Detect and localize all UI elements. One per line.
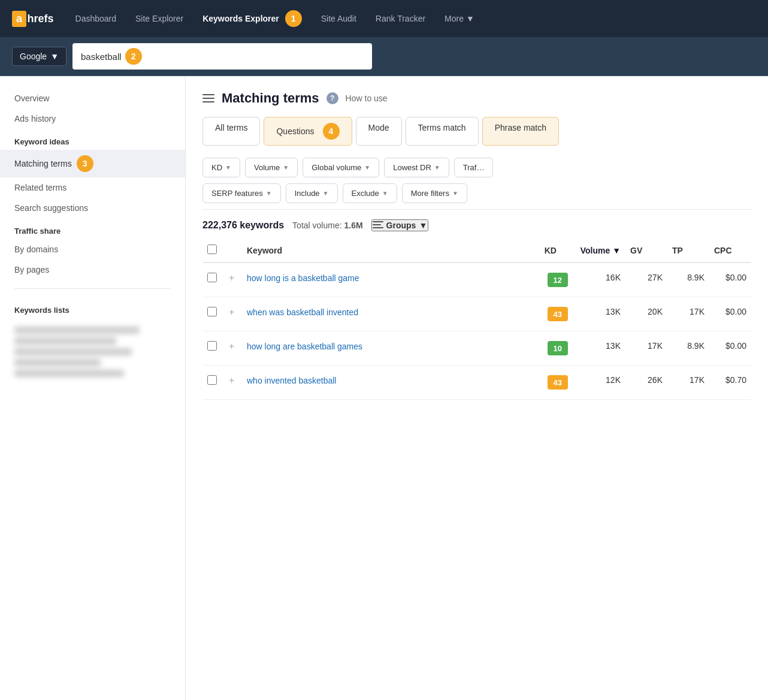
sidebar-item-matching-terms[interactable]: Matching terms 3 (0, 150, 185, 177)
content-area: Matching terms ? How to use All terms Qu… (186, 76, 768, 700)
how-to-use-link[interactable]: How to use (346, 93, 388, 103)
results-summary: 222,376 keywords Total volume: 1.6M Grou… (202, 209, 751, 239)
filter-volume[interactable]: Volume ▼ (245, 158, 298, 177)
filter-exclude[interactable]: Exclude ▼ (343, 183, 397, 203)
hamburger-line (202, 98, 214, 99)
filter-row-2: SERP features ▼ Include ▼ Exclude ▼ More… (202, 183, 751, 203)
search-badge-2: 2 (125, 48, 142, 65)
keyword-link[interactable]: how long is a basketball game (247, 273, 535, 285)
row-cpc-cell: $0.70 (709, 366, 751, 400)
results-count: 222,376 keywords (202, 220, 284, 231)
sidebar: Overview Ads history Keyword ideas Match… (0, 76, 186, 700)
select-all-checkbox[interactable] (207, 245, 217, 254)
tab-questions[interactable]: Questions 4 (264, 117, 352, 146)
nav-more[interactable]: More ▼ (437, 9, 482, 28)
chevron-down-icon: ▼ (382, 190, 388, 197)
nav-dashboard[interactable]: Dashboard (68, 9, 124, 28)
nav-keywords-explorer[interactable]: Keywords Explorer 1 (195, 5, 309, 32)
hamburger-icon[interactable] (202, 94, 214, 102)
tab-all-terms[interactable]: All terms (202, 117, 260, 146)
tab-badge-4: 4 (323, 123, 340, 140)
tab-terms-match[interactable]: Terms match (406, 117, 479, 146)
help-icon[interactable]: ? (326, 92, 338, 104)
top-navigation: a hrefs Dashboard Site Explorer Keywords… (0, 0, 768, 37)
row-checkbox[interactable] (207, 307, 217, 316)
filter-include[interactable]: Include ▼ (286, 183, 338, 203)
sidebar-item-by-pages[interactable]: By pages (0, 260, 185, 280)
page-title: Matching terms (222, 90, 319, 106)
groups-button[interactable]: Groups ▼ (371, 219, 429, 231)
keyword-link[interactable]: when was basketball invented (247, 307, 535, 319)
chevron-down-icon: ▼ (364, 164, 370, 171)
sidebar-item-related-terms[interactable]: Related terms (0, 177, 185, 198)
col-header-checkbox (202, 239, 224, 262)
row-gv-cell: 20K (625, 297, 667, 331)
col-header-add (224, 239, 242, 262)
engine-select[interactable]: Google ▼ (12, 47, 66, 66)
keyword-link[interactable]: how long are basketball games (247, 341, 535, 353)
nav-links: Dashboard Site Explorer Keywords Explore… (68, 5, 756, 32)
filter-serp-features[interactable]: SERP features ▼ (202, 183, 281, 203)
tabs-row: All terms Questions 4 Mode Terms match P… (202, 117, 751, 146)
sidebar-item-by-domains[interactable]: By domains (0, 239, 185, 260)
table-row: + how long are basketball games 10 13K 1… (202, 331, 751, 366)
row-gv-cell: 26K (625, 366, 667, 400)
row-add-cell: + (224, 366, 242, 400)
row-checkbox-cell (202, 262, 224, 297)
col-header-gv: GV (625, 239, 667, 262)
row-checkbox[interactable] (207, 273, 217, 282)
row-add-cell: + (224, 297, 242, 331)
tab-phrase-match[interactable]: Phrase match (482, 117, 559, 146)
search-bar: Google ▼ basketball 2 (0, 37, 768, 76)
page-header: Matching terms ? How to use (202, 90, 751, 106)
nav-site-explorer[interactable]: Site Explorer (128, 9, 191, 28)
filter-lowest-dr[interactable]: Lowest DR ▼ (384, 158, 449, 177)
chevron-down-icon: ▼ (225, 164, 231, 171)
row-volume-cell: 13K (576, 297, 625, 331)
sidebar-item-ads-history[interactable]: Ads history (0, 108, 185, 129)
sidebar-section-keywords-lists: Keywords lists (0, 297, 185, 318)
table-row: + how long is a basketball game 12 16K 2… (202, 262, 751, 297)
chevron-down-icon: ▼ (434, 164, 440, 171)
nav-site-audit[interactable]: Site Audit (314, 9, 364, 28)
row-cpc-cell: $0.00 (709, 297, 751, 331)
row-checkbox[interactable] (207, 341, 217, 351)
row-kd-cell: 10 (540, 331, 576, 366)
col-header-tp: TP (667, 239, 709, 262)
add-keyword-button[interactable]: + (229, 375, 234, 385)
nav-rank-tracker[interactable]: Rank Tracker (368, 9, 433, 28)
row-keyword-cell: how long is a basketball game (242, 262, 540, 297)
add-keyword-button[interactable]: + (229, 341, 234, 351)
col-header-volume[interactable]: Volume ▼ (576, 239, 625, 262)
row-tp-cell: 8.9K (667, 262, 709, 297)
kd-badge: 43 (548, 307, 568, 321)
sidebar-badge-3: 3 (77, 155, 93, 172)
sidebar-item-search-suggestions[interactable]: Search suggestions (0, 198, 185, 218)
row-tp-cell: 17K (667, 297, 709, 331)
sidebar-blurred-lists (0, 318, 185, 385)
row-add-cell: + (224, 331, 242, 366)
row-volume-cell: 16K (576, 262, 625, 297)
row-keyword-cell: when was basketball invented (242, 297, 540, 331)
logo[interactable]: a hrefs (12, 11, 54, 27)
chevron-down-icon: ▼ (323, 190, 329, 197)
nav-badge-1: 1 (285, 10, 302, 27)
filter-kd[interactable]: KD ▼ (202, 158, 240, 177)
add-keyword-button[interactable]: + (229, 307, 234, 317)
row-volume-cell: 13K (576, 331, 625, 366)
row-tp-cell: 8.9K (667, 331, 709, 366)
filter-more-filters[interactable]: More filters ▼ (402, 183, 467, 203)
col-header-kd: KD (540, 239, 576, 262)
keyword-link[interactable]: who invented basketball (247, 375, 535, 387)
filter-global-volume[interactable]: Global volume ▼ (303, 158, 379, 177)
logo-brand: hrefs (28, 13, 54, 25)
sidebar-item-overview[interactable]: Overview (0, 88, 185, 108)
chevron-down-icon: ▼ (50, 52, 59, 61)
search-input-wrap: basketball 2 (72, 43, 372, 70)
row-checkbox[interactable] (207, 375, 217, 385)
hamburger-line (202, 101, 214, 102)
tab-mode[interactable]: Mode (356, 117, 402, 146)
filter-traf[interactable]: Traf… (454, 158, 494, 177)
add-keyword-button[interactable]: + (229, 273, 234, 283)
kd-badge: 12 (548, 273, 568, 287)
